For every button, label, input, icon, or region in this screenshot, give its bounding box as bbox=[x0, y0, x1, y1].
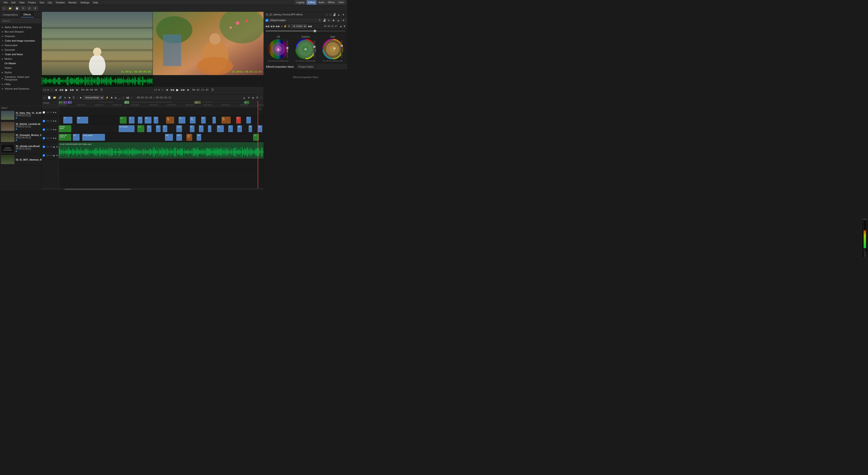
tl-new-comp[interactable]: 📄 bbox=[47, 96, 52, 99]
timeline-clip[interactable]: 3 bbox=[246, 117, 251, 123]
right-panel-expand[interactable]: ▼ bbox=[342, 13, 345, 16]
ef-rewind[interactable]: ◀◀ bbox=[265, 25, 269, 28]
timeline-clip[interactable]: 22 bbox=[201, 117, 206, 123]
gamma-color-wheel[interactable] bbox=[295, 39, 315, 59]
timeline-clip[interactable]: En bbox=[73, 134, 80, 141]
left-play-btn[interactable]: ▶ bbox=[65, 88, 68, 92]
tab-effects[interactable]: Effects bbox=[327, 0, 336, 5]
sidebar-item-channels[interactable]: ▶ Channels bbox=[0, 34, 41, 38]
timeline-clip[interactable]: C0011 MlFade In bbox=[59, 134, 71, 141]
render-btn[interactable]: ▼ bbox=[33, 6, 38, 11]
tl-trim[interactable]: ⎸ bbox=[131, 96, 134, 99]
timeline-clip[interactable]: 4 bbox=[208, 125, 211, 132]
tl-arrow[interactable]: ▶ bbox=[79, 96, 83, 99]
ef-snap[interactable]: ⚡ bbox=[283, 25, 287, 28]
left-rewind[interactable]: ◀◀ bbox=[58, 88, 64, 91]
right-prev-frame[interactable]: ◀ bbox=[165, 88, 168, 91]
menu-item-edit[interactable]: Edit bbox=[9, 0, 18, 5]
tl-star[interactable]: ★ bbox=[63, 96, 67, 99]
track-lock-v2[interactable]: ✏ bbox=[51, 128, 52, 131]
track-solo-v3[interactable]: ■ bbox=[55, 120, 56, 122]
tab-logging[interactable]: Logging bbox=[295, 0, 306, 5]
timeline-clip[interactable]: Em_Movim... bbox=[119, 125, 134, 132]
sidebar-item-notion[interactable]: Notion bbox=[0, 66, 41, 70]
timeline-clip[interactable]: 2 bbox=[199, 125, 204, 132]
tl-tag[interactable]: ◆ bbox=[68, 96, 71, 99]
timeline-clip[interactable]: 11 bbox=[147, 125, 151, 132]
track-enable-v3[interactable] bbox=[43, 120, 45, 122]
right-menu-btn[interactable]: ☰ bbox=[211, 88, 215, 91]
timeline-clip[interactable]: Er bbox=[190, 125, 194, 132]
sidebar-item-grain[interactable]: ▼ Grain and Noise bbox=[0, 52, 41, 57]
left-loop-btn[interactable]: □ bbox=[50, 88, 53, 91]
timeline-clip[interactable]: CC bbox=[253, 134, 259, 141]
sidebar-item-volume[interactable]: ▶ Volume and Dynamics bbox=[0, 86, 41, 91]
mode-select[interactable]: Normal Mode bbox=[84, 96, 104, 100]
timeline-clip[interactable]: 8 bbox=[129, 117, 134, 123]
track-solo-v2[interactable]: ■ bbox=[55, 128, 56, 131]
right-loop-btn[interactable]: □ bbox=[161, 88, 164, 91]
timeline-clip[interactable]: 31 bbox=[236, 117, 241, 123]
effect-eye[interactable]: ▟ bbox=[323, 19, 326, 22]
save-btn[interactable]: 💾 bbox=[14, 6, 20, 11]
effect-collapse[interactable]: ▼ bbox=[342, 19, 345, 22]
sidebar-item-utility[interactable]: ▶ Utility bbox=[0, 82, 41, 86]
track-mute-a2[interactable]: 🔈 bbox=[53, 154, 56, 156]
timeline-scrollbar-h[interactable] bbox=[42, 188, 264, 190]
sidebar-item-generate[interactable]: ▶ Generate bbox=[0, 48, 41, 52]
sidebar-item-onmaster[interactable]: On Master bbox=[0, 61, 41, 66]
timeline-clip[interactable]: 32 bbox=[217, 125, 224, 132]
menu-item-monitor[interactable]: Monitor bbox=[67, 0, 79, 5]
timeline-clip[interactable]: 3- bbox=[228, 125, 233, 132]
track-solo-v1[interactable]: ■ bbox=[55, 137, 56, 139]
timeline-clip[interactable]: Sen bbox=[176, 134, 182, 141]
timeline-clip[interactable]: Tra bbox=[197, 134, 201, 141]
track-mute-v4[interactable]: ■ bbox=[53, 111, 54, 114]
menu-item-timeline[interactable]: Timeline bbox=[54, 0, 67, 5]
timeline-clip[interactable]: Cc bbox=[120, 117, 127, 123]
track-enable-v4[interactable] bbox=[43, 111, 45, 114]
sidebar-item-color[interactable]: ▼ Color and Image correction bbox=[0, 38, 41, 43]
track-lock-a2[interactable]: ✏ bbox=[51, 154, 52, 156]
tab-project-notes[interactable]: Project Notes bbox=[296, 64, 316, 69]
timeline-clip[interactable]: 11 bbox=[138, 117, 143, 123]
timeline-clip[interactable]: 11-02 CONVOCAÇÃO MIX FINAL.mp3 bbox=[59, 143, 264, 158]
right-panel-close[interactable]: □ bbox=[325, 13, 328, 16]
menu-item-tool[interactable]: Tool bbox=[38, 0, 46, 5]
track-enable-a2[interactable] bbox=[43, 154, 45, 156]
list-item[interactable]: TERRAINDÍGENA 01_x2mate.com-Brasil 00:00… bbox=[0, 143, 41, 154]
tab-effects-sidebar[interactable]: Effects bbox=[21, 12, 34, 18]
track-mute-v3[interactable]: ■ bbox=[53, 120, 54, 122]
right-play-btn[interactable]: ▶ bbox=[176, 88, 180, 92]
open-btn[interactable]: 📂 bbox=[7, 6, 13, 11]
track-mute-v2[interactable]: ■ bbox=[53, 128, 54, 131]
menu-item-view[interactable]: View bbox=[18, 0, 26, 5]
tl-settings[interactable]: ⚙ bbox=[255, 96, 259, 99]
timeline-clip[interactable]: Tr bbox=[249, 125, 252, 132]
timeline-clip[interactable]: 16 1Tra bbox=[186, 134, 192, 141]
timeline-clip[interactable]: 2 bbox=[213, 117, 216, 123]
timeline-clip[interactable]: 99 bbox=[237, 125, 242, 132]
track-solo-a2[interactable]: ■ bbox=[56, 154, 58, 156]
new-btn[interactable]: □ bbox=[2, 6, 6, 11]
ef-fwd[interactable]: ▶▶ bbox=[276, 25, 280, 28]
tab-compositions[interactable]: Compositions bbox=[0, 12, 21, 18]
right-fast-fwd[interactable]: ▶▶ bbox=[180, 88, 186, 91]
track-lock-v1[interactable]: ✏ bbox=[51, 137, 52, 139]
list-item[interactable]: 02_01_MST_Abertura_M bbox=[0, 154, 41, 165]
tl-add-track[interactable]: □ bbox=[43, 96, 46, 99]
left-menu-btn[interactable]: ☰ bbox=[100, 88, 103, 91]
track-solo-a1[interactable]: ■ bbox=[56, 145, 58, 148]
track-enable-a1[interactable] bbox=[43, 146, 45, 148]
sidebar-item-blur[interactable]: ▶ Blur and Sharpen bbox=[0, 29, 41, 34]
track-solo-v4[interactable]: ■ bbox=[55, 111, 56, 114]
timeline-clip[interactable]: 6_1 bbox=[137, 125, 144, 132]
tl-link[interactable]: 🔗 bbox=[58, 96, 62, 99]
tl-fit[interactable]: ■ bbox=[252, 96, 254, 99]
sidebar-item-alpha[interactable]: ▶ Alpha, Mask and Keying bbox=[0, 25, 41, 29]
timeline-clip[interactable]: 13 bbox=[154, 117, 158, 123]
track-enable-v1[interactable] bbox=[43, 137, 45, 139]
gamma-slider-thumb[interactable] bbox=[313, 30, 316, 32]
tl-grid[interactable]: ⁝ bbox=[260, 96, 262, 99]
timeline-clip[interactable]: 35 bbox=[258, 125, 262, 132]
